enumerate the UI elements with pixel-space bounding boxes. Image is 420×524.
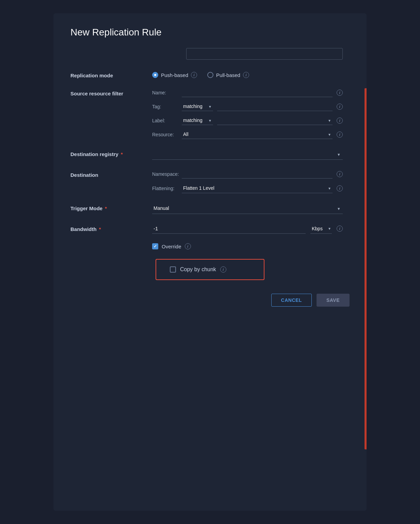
bandwidth-info-icon[interactable]: i	[337, 226, 343, 232]
bandwidth-unit-select[interactable]: Kbps Mbps Gbps	[310, 224, 332, 234]
flattening-info-icon[interactable]: i	[337, 185, 343, 191]
namespace-row: Namespace: i	[152, 169, 343, 179]
destination-registry-select-wrap	[152, 149, 343, 160]
bandwidth-field: Kbps Mbps Gbps i	[152, 224, 350, 234]
filter-resource-label: Resource:	[152, 132, 178, 137]
filter-name-label: Name:	[152, 90, 178, 95]
tag-select-wrap: matching excluding	[182, 102, 213, 111]
push-radio-circle[interactable]	[152, 72, 158, 78]
destination-registry-label: Destination registry *	[70, 149, 152, 157]
dialog-footer: CANCEL SAVE	[70, 290, 350, 307]
bandwidth-input[interactable]	[152, 224, 306, 234]
bandwidth-wrap: Kbps Mbps Gbps i	[152, 224, 343, 234]
flattening-row: Flattening: Flatten 1 Level No Flattenin…	[152, 183, 343, 193]
destination-registry-select[interactable]	[152, 149, 343, 160]
destination-field: Namespace: i Flattening: Flatten 1 Level…	[152, 169, 350, 193]
pull-radio-circle[interactable]	[207, 72, 213, 78]
copy-by-chunk-label: Copy by chunk	[180, 266, 216, 273]
bandwidth-row: Bandwidth * Kbps Mbps Gbps i	[70, 224, 350, 234]
namespace-label: Namespace:	[152, 171, 178, 177]
save-button[interactable]: SAVE	[317, 294, 350, 307]
filter-resource-row: Resource: All Image Chart i	[152, 130, 343, 139]
filter-label-info-icon[interactable]: i	[337, 118, 343, 124]
dialog-title: New Replication Rule	[70, 27, 350, 38]
bandwidth-unit-wrap: Kbps Mbps Gbps	[310, 224, 332, 234]
destination-label: Destination	[70, 169, 152, 178]
label-value-select[interactable]	[217, 116, 333, 125]
trigger-mode-label: Trigger Mode *	[70, 203, 152, 211]
override-info-icon[interactable]: i	[185, 243, 191, 249]
filter-name-info-icon[interactable]: i	[337, 90, 343, 96]
replication-mode-radio-group: Push-based i Pull-based i	[152, 70, 343, 78]
destination-grid: Namespace: i Flattening: Flatten 1 Level…	[152, 169, 343, 193]
trigger-mode-row: Trigger Mode * Manual Scheduled Event Ba…	[70, 203, 350, 214]
trigger-mode-field: Manual Scheduled Event Based	[152, 203, 350, 214]
filter-grid: Name: i Tag: matching excluding i	[152, 88, 343, 139]
flattening-select-wrap: Flatten 1 Level No Flattening Flatten Al…	[182, 183, 333, 193]
copy-by-chunk-checkbox[interactable]	[170, 266, 176, 273]
pull-based-option[interactable]: Pull-based i	[207, 72, 249, 78]
filter-label-row: Label: matching excluding i	[152, 116, 343, 125]
filter-tag-label: Tag:	[152, 104, 178, 109]
pull-info-icon[interactable]: i	[243, 72, 249, 78]
label-select-wrap: matching excluding	[182, 116, 213, 125]
top-input-wrap	[70, 48, 350, 60]
copy-by-chunk-wrap: Copy by chunk i	[70, 259, 350, 280]
bandwidth-required: *	[99, 226, 101, 232]
namespace-info-icon[interactable]: i	[337, 171, 343, 177]
replication-mode-row: Replication mode Push-based i Pull-based…	[70, 70, 350, 78]
source-filter-label: Source resource filter	[70, 88, 152, 96]
new-replication-rule-dialog: New Replication Rule Replication mode Pu…	[53, 13, 367, 511]
push-based-label: Push-based	[161, 72, 188, 78]
destination-registry-required: *	[121, 151, 123, 157]
override-label: Override	[162, 244, 181, 249]
pull-based-label: Pull-based	[216, 72, 240, 78]
namespace-input[interactable]	[182, 169, 333, 179]
trigger-mode-required: *	[105, 205, 107, 211]
resource-select-wrap: All Image Chart	[182, 130, 333, 139]
source-filter-field: Name: i Tag: matching excluding i	[152, 88, 350, 139]
filter-resource-info-icon[interactable]: i	[337, 132, 343, 138]
tag-value-input[interactable]	[217, 102, 333, 111]
flattening-label: Flattening:	[152, 186, 178, 191]
label-value-select-wrap	[217, 116, 333, 125]
replication-mode-label: Replication mode	[70, 70, 152, 78]
label-matching-select[interactable]: matching excluding	[182, 116, 213, 125]
cancel-button[interactable]: CANCEL	[271, 294, 312, 307]
trigger-select-wrap: Manual Scheduled Event Based	[152, 203, 343, 214]
copy-by-chunk-box: Copy by chunk i	[156, 259, 264, 280]
scroll-indicator	[365, 88, 367, 449]
destination-registry-field	[152, 149, 350, 160]
trigger-mode-select[interactable]: Manual Scheduled Event Based	[152, 203, 343, 214]
bandwidth-label: Bandwidth *	[70, 224, 152, 232]
replication-mode-field: Push-based i Pull-based i	[152, 70, 350, 78]
copy-by-chunk-info-icon[interactable]: i	[220, 266, 226, 273]
push-info-icon[interactable]: i	[191, 72, 197, 78]
resource-select[interactable]: All Image Chart	[182, 130, 333, 139]
push-based-option[interactable]: Push-based i	[152, 72, 197, 78]
filter-name-row: Name: i	[152, 88, 343, 97]
filter-label-label: Label:	[152, 118, 178, 123]
name-input-top[interactable]	[186, 48, 343, 60]
filter-tag-info-icon[interactable]: i	[337, 104, 343, 110]
filter-name-input[interactable]	[182, 88, 333, 97]
destination-registry-row: Destination registry *	[70, 149, 350, 160]
source-filter-row: Source resource filter Name: i Tag: matc…	[70, 88, 350, 139]
filter-tag-row: Tag: matching excluding i	[152, 102, 343, 111]
tag-matching-select[interactable]: matching excluding	[182, 102, 213, 111]
override-checkbox[interactable]	[152, 243, 158, 249]
destination-row: Destination Namespace: i Flattening: Fla…	[70, 169, 350, 193]
flattening-select[interactable]: Flatten 1 Level No Flattening Flatten Al…	[182, 183, 333, 193]
override-row: Override i	[70, 243, 350, 249]
